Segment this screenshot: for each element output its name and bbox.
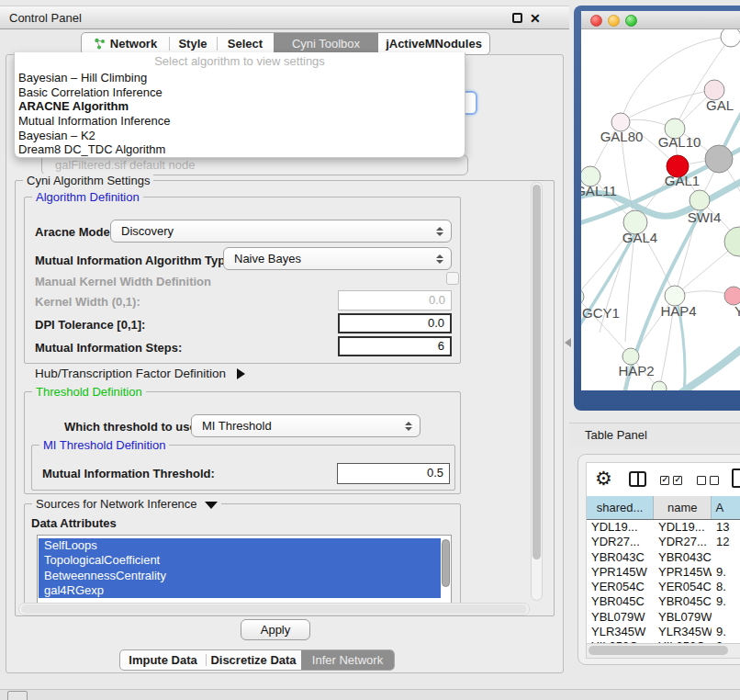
node-label: GAL bbox=[706, 97, 734, 113]
close-window-icon[interactable]: ✕ bbox=[530, 9, 541, 28]
kernel-width-field[interactable]: 0.0 bbox=[338, 290, 452, 310]
table-cell[interactable]: YDR27... bbox=[658, 535, 712, 549]
aracne-mode-combo[interactable]: Discovery bbox=[110, 220, 452, 243]
table-cell[interactable]: YBR043C bbox=[591, 550, 652, 565]
tab-select[interactable]: Select bbox=[217, 33, 274, 54]
algorithm-option[interactable]: Dream8 DC_TDC Algorithm bbox=[15, 142, 465, 157]
algorithm-option[interactable]: ARACNE Algorithm bbox=[15, 99, 465, 114]
attribute-list-item[interactable]: BetweennessCentrality bbox=[39, 569, 441, 583]
document-icon[interactable] bbox=[732, 469, 740, 488]
manual-kernel-checkbox[interactable] bbox=[446, 272, 459, 285]
checked-checkbox-icon[interactable] bbox=[673, 476, 682, 485]
gear-icon[interactable]: ⚙ bbox=[595, 467, 612, 491]
mac-close-icon[interactable] bbox=[590, 15, 602, 27]
table-cell[interactable]: 9. bbox=[716, 565, 740, 580]
algorithm-option[interactable]: Mutual Information Inference bbox=[15, 114, 465, 129]
network-window-titlebar[interactable] bbox=[581, 11, 740, 29]
table-cell[interactable]: YDR27... bbox=[591, 535, 652, 549]
which-threshold-combo[interactable]: MI Threshold bbox=[191, 414, 420, 437]
tab-style[interactable]: Style bbox=[169, 33, 217, 54]
node-label: GAL11 bbox=[581, 183, 617, 198]
unchecked-checkbox-icon[interactable] bbox=[697, 476, 706, 485]
tab-cyni-toolbox[interactable]: Cyni Toolbox bbox=[274, 33, 378, 54]
network-node[interactable] bbox=[721, 29, 740, 47]
tab-jactivemnodules[interactable]: jActiveMNodules bbox=[378, 33, 489, 54]
algorithm-option[interactable]: Basic Correlation Inference bbox=[15, 85, 465, 100]
attribute-list-item[interactable]: gal4RGexp bbox=[39, 583, 441, 598]
checked-checkbox-icon[interactable] bbox=[660, 476, 669, 485]
table-cell[interactable]: 13 bbox=[716, 520, 740, 535]
algorithm-option[interactable]: Bayesian – K2 bbox=[15, 129, 465, 143]
network-node-swi4[interactable] bbox=[690, 190, 710, 210]
mi-type-combo[interactable]: Naive Bayes bbox=[223, 247, 452, 270]
scrollbar-thumb[interactable] bbox=[21, 604, 527, 614]
tab-network-label: Network bbox=[110, 37, 157, 51]
manual-kernel-label: Manual Kernel Width Definition bbox=[35, 275, 211, 288]
table-cell[interactable]: YDL19... bbox=[658, 520, 712, 535]
minimized-panel-icon[interactable] bbox=[7, 691, 28, 700]
mac-zoom-icon[interactable] bbox=[625, 15, 637, 27]
network-node-y[interactable] bbox=[724, 287, 740, 305]
table-cell[interactable]: YPR145W bbox=[591, 565, 652, 580]
mac-minimize-icon[interactable] bbox=[608, 15, 620, 27]
apply-button[interactable]: Apply bbox=[241, 619, 310, 640]
table-cell[interactable]: 9. bbox=[716, 625, 740, 639]
scrollbar-thumb[interactable] bbox=[589, 646, 728, 655]
table-cell[interactable]: YBL079W bbox=[591, 610, 652, 625]
table-row[interactable]: YBR045CYBR045C9. bbox=[587, 594, 740, 609]
dpi-tolerance-field[interactable]: 0.0 bbox=[338, 313, 452, 333]
attribute-list-item[interactable]: TopologicalCoefficient bbox=[39, 553, 441, 568]
algorithm-dropdown-popup: Select algorithm to view settings Bayesi… bbox=[14, 52, 465, 158]
combo-stepper-icon bbox=[436, 227, 443, 236]
column-layout-icon[interactable] bbox=[629, 471, 646, 487]
data-attributes-list[interactable]: SelfLoopsTopologicalCoefficientBetweenne… bbox=[37, 535, 452, 604]
table-cell[interactable]: YBR045C bbox=[591, 594, 652, 609]
table-row[interactable]: YPR145WYPR145W9. bbox=[587, 565, 740, 580]
table-cell[interactable]: YDL19... bbox=[591, 520, 652, 535]
mi-threshold-label: Mutual Information Threshold: bbox=[42, 467, 215, 480]
list-scrollbar[interactable] bbox=[442, 539, 450, 587]
table-cell[interactable]: YER054C bbox=[658, 580, 712, 594]
network-nodes[interactable]: GALGAL80GAL10GAL1GAL11SWI4GAL4GCY1HAP4YH… bbox=[581, 29, 740, 390]
table-cell[interactable]: YBR043C bbox=[658, 550, 712, 565]
network-canvas[interactable]: GALGAL80GAL10GAL1GAL11SWI4GAL4GCY1HAP4YH… bbox=[581, 29, 740, 390]
column-header-partial[interactable]: A bbox=[712, 496, 740, 519]
table-cell[interactable]: YER054C bbox=[591, 580, 652, 594]
sources-legend[interactable]: Sources for Network Inference bbox=[32, 497, 221, 511]
mi-threshold-field[interactable]: 0.5 bbox=[337, 463, 450, 484]
table-cell[interactable]: 12 bbox=[716, 535, 740, 549]
tab-network[interactable]: Network bbox=[82, 33, 169, 54]
table-cell[interactable]: YPR145W bbox=[658, 565, 712, 580]
network-node-gcy1[interactable] bbox=[581, 288, 584, 305]
tab-discretize-data[interactable]: Discretize Data bbox=[206, 650, 301, 670]
column-header-shared[interactable]: shared... bbox=[587, 496, 654, 519]
algorithm-option[interactable]: Bayesian – Hill Climbing bbox=[15, 71, 465, 85]
tab-impute-data[interactable]: Impute Data bbox=[120, 650, 206, 670]
panel-splitter-handle[interactable] bbox=[565, 338, 571, 347]
table-cell[interactable]: YBL079W bbox=[658, 610, 712, 625]
settings-vertical-scrollbar[interactable] bbox=[531, 182, 543, 601]
table-row[interactable]: YBL079WYBL079W bbox=[587, 610, 740, 625]
unchecked-checkbox-icon[interactable] bbox=[710, 476, 719, 485]
network-node[interactable] bbox=[705, 145, 733, 173]
table-row[interactable]: YDL19...YDL19...13 bbox=[587, 520, 740, 535]
table-row[interactable]: YDR27...YDR27...12 bbox=[587, 535, 740, 549]
hub-section-toggle[interactable]: Hub/Transcription Factor Definition bbox=[35, 367, 245, 380]
column-header-name[interactable]: name bbox=[654, 496, 712, 519]
table-cell[interactable]: YLR345W bbox=[591, 625, 652, 639]
table-cell[interactable]: 9. bbox=[716, 594, 740, 609]
settings-horizontal-scrollbar[interactable] bbox=[18, 603, 530, 615]
table-cell[interactable]: YLR345W bbox=[658, 625, 712, 639]
table-cell[interactable]: YBR045C bbox=[658, 594, 712, 609]
table-row[interactable]: YLR345WYLR345W9. bbox=[587, 625, 740, 639]
scrollbar-thumb[interactable] bbox=[533, 185, 541, 559]
attribute-list-item[interactable]: SelfLoops bbox=[39, 538, 441, 553]
table-row[interactable]: YBR043CYBR043C bbox=[587, 550, 740, 565]
float-window-icon[interactable] bbox=[512, 13, 522, 23]
expand-right-icon bbox=[237, 368, 245, 379]
table-cell[interactable]: 8. bbox=[716, 580, 740, 594]
mi-steps-field[interactable]: 6 bbox=[338, 336, 452, 356]
tab-infer-network[interactable]: Infer Network bbox=[301, 650, 394, 670]
table-horizontal-scrollbar[interactable] bbox=[587, 643, 740, 658]
table-row[interactable]: YER054CYER054C8. bbox=[587, 580, 740, 594]
